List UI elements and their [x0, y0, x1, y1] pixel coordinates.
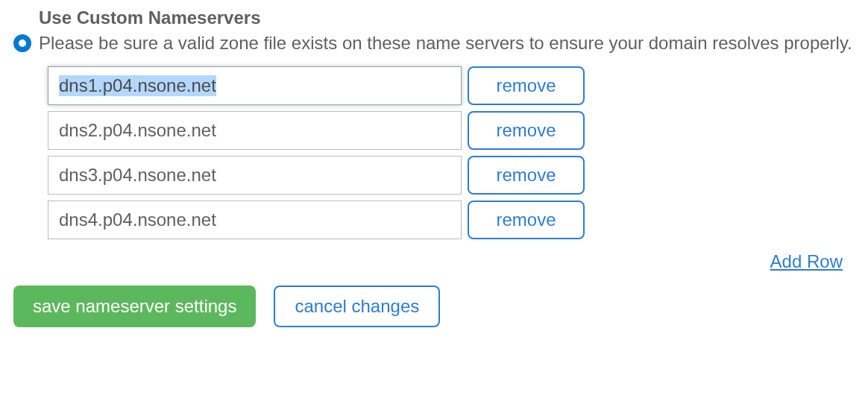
action-buttons: save nameserver settings cancel changes: [13, 286, 855, 327]
nameserver-row: dns3.p04.nsone.net remove: [48, 156, 855, 195]
section-description: Please be sure a valid zone file exists …: [39, 31, 855, 55]
custom-nameservers-radio[interactable]: [13, 34, 31, 52]
remove-button[interactable]: remove: [468, 66, 585, 105]
nameserver-rows: dns1.p04.nsone.net remove dns2.p04.nsone…: [48, 66, 855, 239]
add-row-link[interactable]: Add Row: [770, 251, 843, 271]
nameserver-value: dns1.p04.nsone.net: [59, 75, 216, 96]
nameserver-value: dns4.p04.nsone.net: [59, 209, 216, 230]
nameserver-input[interactable]: dns4.p04.nsone.net: [48, 201, 462, 239]
remove-button[interactable]: remove: [468, 201, 585, 239]
remove-button[interactable]: remove: [468, 111, 585, 150]
section-heading: Use Custom Nameservers: [39, 6, 855, 30]
remove-button[interactable]: remove: [468, 156, 585, 195]
nameserver-value: dns2.p04.nsone.net: [59, 120, 216, 141]
nameserver-row: dns2.p04.nsone.net remove: [48, 111, 855, 150]
nameserver-input[interactable]: dns2.p04.nsone.net: [48, 111, 462, 150]
save-button[interactable]: save nameserver settings: [13, 286, 256, 327]
nameserver-input[interactable]: dns3.p04.nsone.net: [48, 156, 462, 195]
custom-nameservers-header: Use Custom Nameservers Please be sure a …: [13, 6, 855, 56]
nameserver-row: dns4.p04.nsone.net remove: [48, 201, 855, 239]
cancel-button[interactable]: cancel changes: [274, 286, 440, 327]
nameserver-input[interactable]: dns1.p04.nsone.net: [48, 66, 462, 105]
nameserver-value: dns3.p04.nsone.net: [59, 165, 216, 186]
nameserver-row: dns1.p04.nsone.net remove: [48, 66, 855, 105]
